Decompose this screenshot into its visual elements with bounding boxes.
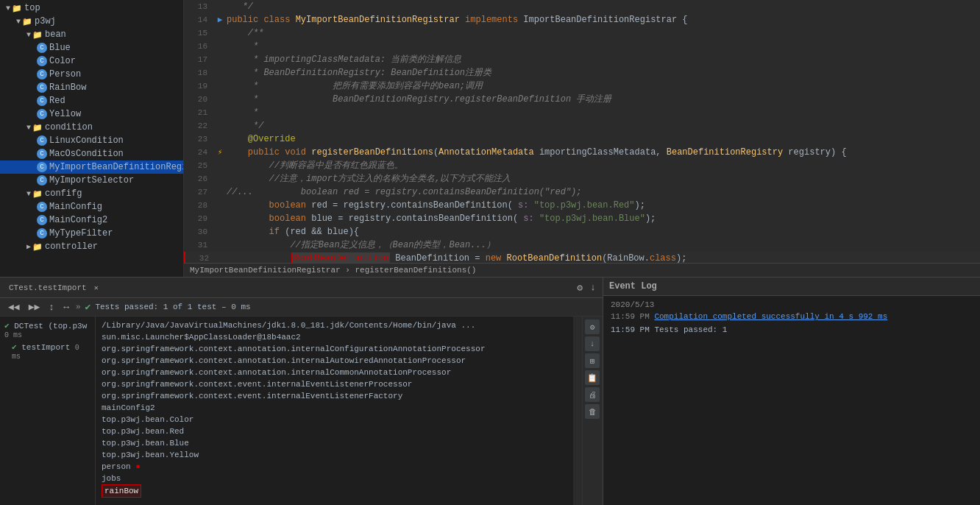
code-line-32: 32 RootBeanDefinition BeanDefinition = n…	[184, 252, 980, 263]
class-icon: C	[37, 202, 47, 212]
sidebar-item-Color[interactable]: C Color	[0, 54, 183, 68]
sidebar-item-RainBow[interactable]: C RainBow	[0, 81, 183, 94]
event-compilation: 11:59 PM Compilation completed successfu…	[611, 312, 973, 321]
main-area: ▼ 📁 top ▼ 📁 p3wj ▼ 📁 bean C Bl	[0, 0, 980, 277]
code-line-17: 17 * importingClassMetadata: 当前类的注解信息	[184, 53, 980, 66]
arrow-icon: ▼	[6, 4, 10, 13]
event-tests: 11:59 PM Tests passed: 1	[611, 325, 973, 334]
code-line-25: 25 //判断容器中是否有红色跟蓝色。	[184, 159, 980, 172]
output-line	[102, 498, 567, 505]
test-tree: ✔ DCTest (top.p3w 0 ms ✔ testImport 0 ms	[0, 317, 96, 505]
test-output[interactable]: /Library/Java/JavaVirtualMachines/jdk1.8…	[96, 317, 573, 505]
breadcrumb-bar: MyImportBeanDefinitionRegistrar › regist…	[184, 263, 980, 277]
side-icon-2[interactable]: ↓	[585, 336, 600, 351]
sidebar-item-p3wj[interactable]: ▼ 📁 p3wj	[0, 15, 183, 28]
event-log-title: Event Log	[609, 281, 657, 292]
sidebar-item-confifg[interactable]: ▼ 📁 confifg	[0, 187, 183, 200]
sidebar-item-LinuxCondition[interactable]: C LinuxCondition	[0, 134, 183, 147]
test-panel: CTest.testImport ✕ ⚙ ↓ ◀◀ ▶▶ ↕ ↔ » ✔ Tes…	[0, 278, 603, 505]
code-line-21: 21 *	[184, 106, 980, 119]
code-line-14: 14 ▶ public class MyImportBeanDefinition…	[184, 13, 980, 27]
event-date: 2020/5/13	[611, 300, 973, 309]
arrow-icon: ▼	[26, 31, 31, 39]
event-log-body: 2020/5/13 11:59 PM Compilation completed…	[603, 296, 980, 339]
test-status-text: Tests passed: 1 of 1 test – 0 ms	[95, 303, 250, 311]
sidebar: ▼ 📁 top ▼ 📁 p3wj ▼ 📁 bean C Bl	[0, 0, 184, 277]
output-line: org.springframework.context.event.intern…	[102, 390, 567, 402]
folder-icon: 📁	[12, 4, 22, 13]
sidebar-item-Person[interactable]: C Person	[0, 68, 183, 81]
folder-icon: 📁	[22, 17, 32, 27]
sidebar-item-Yellow[interactable]: C Yellow	[0, 107, 183, 121]
sidebar-item-Red[interactable]: C Red	[0, 94, 183, 107]
code-line-30: 30 if (red && blue){	[184, 225, 980, 239]
side-icon-6[interactable]: 🗑	[585, 404, 600, 419]
toolbar-btn-export[interactable]: ↓	[588, 281, 598, 294]
sidebar-item-controller[interactable]: ▶ 📁 controller	[0, 240, 183, 253]
code-editor[interactable]: 13 */ 14 ▶ public class MyImportBeanDefi…	[184, 0, 980, 263]
sidebar-item-MainConfig2[interactable]: C MainConfig2	[0, 213, 183, 227]
side-icon-1[interactable]: ⚙	[585, 319, 600, 334]
class-icon: C	[37, 96, 47, 106]
test-tree-item-testImport[interactable]: ✔ testImport 0 ms	[0, 341, 95, 362]
arrow-icon: ▼	[26, 190, 31, 198]
output-line: org.springframework.context.annotation.i…	[102, 343, 567, 355]
class-icon: C	[37, 43, 47, 53]
class-icon: C	[37, 162, 47, 172]
sidebar-item-MyImportBeanDefinitionRegistrar[interactable]: C MyImportBeanDefinitionRegistrar	[0, 160, 183, 174]
output-line: jobs	[102, 473, 567, 484]
output-line: /Library/Java/JavaVirtualMachines/jdk1.8…	[102, 319, 567, 331]
output-line: org.springframework.context.event.intern…	[102, 378, 567, 390]
forward-button[interactable]: ▶▶	[26, 300, 43, 314]
compilation-link[interactable]: Compilation completed successfully in 4 …	[654, 312, 887, 321]
side-icons: ⚙ ↓ ⊞ 📋 🖨 🗑	[582, 317, 603, 505]
class-icon: C	[37, 175, 47, 186]
toolbar-buttons: ⚙ ↓	[575, 281, 598, 294]
folder-icon: 📁	[32, 30, 43, 40]
arrow-icon: ▼	[16, 18, 21, 26]
sidebar-item-MacOsCondition[interactable]: C MacOsCondition	[0, 147, 183, 160]
event-log-header: Event Log	[603, 278, 980, 296]
class-icon: C	[37, 82, 47, 93]
sidebar-item-MyTypeFilter[interactable]: C MyTypeFilter	[0, 227, 183, 240]
tab-close-button[interactable]: ✕	[94, 283, 99, 292]
arrow-icon: ▶	[26, 242, 31, 251]
scrollbar[interactable]	[573, 317, 582, 505]
pass-icon: ✔	[85, 301, 91, 313]
sidebar-item-bean[interactable]: ▼ 📁 bean	[0, 28, 183, 41]
output-line: top.p3wj.bean.Red	[102, 425, 567, 437]
sidebar-item-MainConfig[interactable]: C MainConfig	[0, 200, 183, 213]
code-line-28: 28 boolean red = registry.containsBeanDe…	[184, 199, 980, 212]
test-tree-item-DCTest[interactable]: ✔ DCTest (top.p3w 0 ms	[0, 319, 95, 341]
output-line: person ●	[102, 461, 567, 473]
side-icon-5[interactable]: 🖨	[585, 387, 600, 402]
red-dot: ●	[135, 462, 141, 471]
side-icon-4[interactable]: 📋	[585, 370, 600, 385]
code-line-16: 16 *	[184, 40, 980, 53]
editor-area: 13 */ 14 ▶ public class MyImportBeanDefi…	[184, 0, 980, 277]
tab-label[interactable]: CTest.testImport	[4, 283, 91, 292]
test-status-bar: ◀◀ ▶▶ ↕ ↔ » ✔ Tests passed: 1 of 1 test …	[0, 298, 603, 317]
class-icon: C	[37, 215, 47, 225]
sidebar-item-condition[interactable]: ▼ 📁 condition	[0, 121, 183, 134]
class-icon: C	[37, 149, 47, 159]
class-icon: C	[37, 228, 47, 239]
output-line: org.springframework.context.annotation.i…	[102, 367, 567, 378]
horiz-split-button[interactable]: ↔	[61, 301, 71, 314]
sidebar-item-Blue[interactable]: C Blue	[0, 41, 183, 54]
code-line-26: 26 //注意，import方式注入的名称为全类名,以下方式不能注入	[184, 172, 980, 186]
class-icon: C	[37, 56, 47, 66]
rewind-button[interactable]: ◀◀	[6, 300, 22, 314]
code-line-23: 23 @Override	[184, 133, 980, 146]
output-line: mainConfig2	[102, 402, 567, 414]
output-line: top.p3wj.bean.Blue	[102, 437, 567, 449]
output-line: org.springframework.context.annotation.i…	[102, 355, 567, 367]
event-panel: Event Log 2020/5/13 11:59 PM Compilation…	[603, 278, 980, 505]
toolbar-btn-rerun[interactable]: ⚙	[575, 281, 585, 294]
output-line: sun.misc.Launcher$AppClassLoader@18b4aac…	[102, 331, 567, 343]
side-icon-3[interactable]: ⊞	[585, 353, 600, 368]
vert-split-button[interactable]: ↕	[46, 301, 57, 314]
bottom-panel: CTest.testImport ✕ ⚙ ↓ ◀◀ ▶▶ ↕ ↔ » ✔ Tes…	[0, 277, 980, 505]
sidebar-item-top[interactable]: ▼ 📁 top	[0, 1, 183, 15]
sidebar-item-MyImportSelector[interactable]: C MyImportSelector	[0, 174, 183, 187]
